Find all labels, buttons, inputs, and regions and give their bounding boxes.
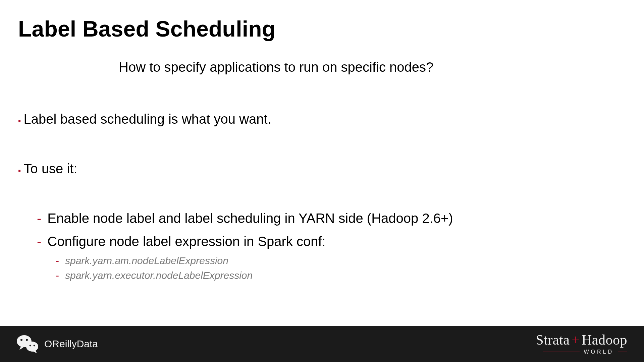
bullet-level2: - Enable node label and label scheduling…	[37, 211, 626, 226]
wechat-icon	[17, 335, 38, 353]
bullet-level2: - Configure node label expression in Spa…	[37, 234, 626, 249]
brand-world-text: WORLD	[584, 349, 614, 355]
bullet-dash-icon: -	[37, 234, 41, 249]
bullet-list: ▪ Label based scheduling is what you wan…	[18, 112, 626, 281]
bullet-level3-group: - spark.yarn.am.nodeLabelExpression - sp…	[56, 255, 626, 281]
bullet-level3: - spark.yarn.am.nodeLabelExpression	[56, 255, 626, 266]
svg-point-1	[20, 339, 22, 341]
bullet-square-icon: ▪	[18, 114, 21, 128]
brand-rule-icon	[618, 352, 627, 352]
bullet-text: To use it:	[24, 161, 77, 176]
bullet-level3: - spark.yarn.executor.nodeLabelExpressio…	[56, 270, 626, 281]
brand-strata-text: Strata	[536, 333, 570, 347]
bullet-text: spark.yarn.am.nodeLabelExpression	[65, 255, 228, 266]
bullet-square-icon: ▪	[18, 164, 21, 177]
slide-footer: OReillyData Strata + Hadoop WORLD	[0, 326, 644, 362]
bullet-text: Configure node label expression in Spark…	[47, 234, 325, 249]
footer-left-text: OReillyData	[44, 338, 98, 350]
slide-content: Label Based Scheduling How to specify ap…	[18, 16, 626, 281]
footer-right-brand: Strata + Hadoop WORLD	[536, 333, 627, 355]
brand-subtitle-row: WORLD	[543, 349, 627, 355]
svg-point-5	[34, 345, 35, 347]
slide-subtitle: How to specify applications to run on sp…	[119, 60, 626, 75]
bullet-level1: ▪ Label based scheduling is what you wan…	[18, 112, 626, 128]
bullet-dash-icon: -	[56, 255, 59, 266]
bullet-text: Label based scheduling is what you want.	[24, 112, 271, 127]
bullet-level1: ▪ To use it:	[18, 161, 626, 177]
bullet-dash-icon: -	[56, 270, 59, 281]
bullet-text: Enable node label and label scheduling i…	[47, 211, 453, 226]
bullet-level2-group: - Enable node label and label scheduling…	[37, 211, 626, 281]
svg-point-3	[26, 342, 38, 352]
brand-hadoop-text: Hadoop	[582, 333, 627, 347]
brand-title: Strata + Hadoop	[536, 333, 627, 347]
slide: Label Based Scheduling How to specify ap…	[0, 0, 644, 362]
svg-point-2	[26, 339, 28, 341]
footer-left: OReillyData	[17, 335, 98, 353]
bullet-text: spark.yarn.executor.nodeLabelExpression	[65, 270, 253, 281]
slide-title: Label Based Scheduling	[18, 16, 626, 42]
bullet-dash-icon: -	[37, 211, 41, 226]
brand-plus-icon: +	[572, 333, 580, 347]
svg-point-4	[30, 345, 31, 347]
brand-rule-icon	[543, 352, 580, 352]
